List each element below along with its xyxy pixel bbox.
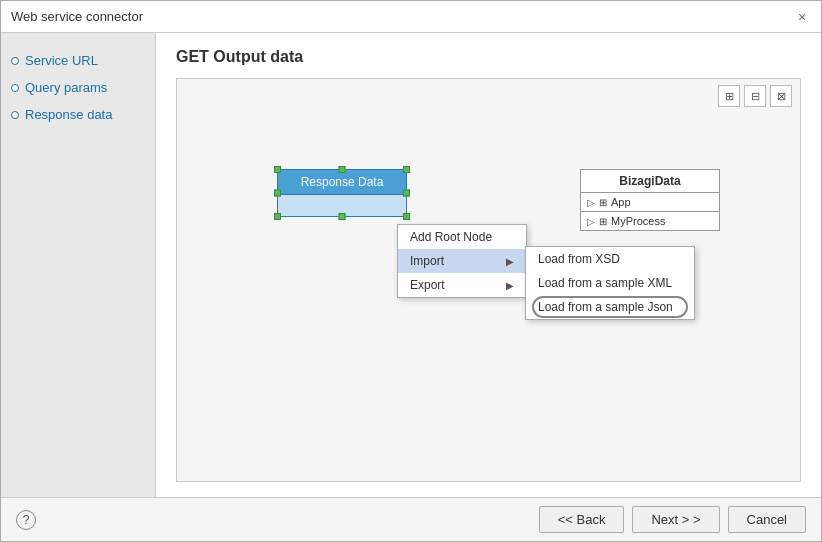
window: Web service connector × Service URL Quer… — [0, 0, 822, 542]
context-menu: Add Root Node Import ▶ Export ▶ — [397, 224, 527, 298]
sidebar-label-service-url: Service URL — [25, 53, 98, 68]
canvas-icon-2[interactable]: ⊟ — [744, 85, 766, 107]
handle-mr — [403, 190, 410, 197]
bizagi-node-label: BizagiData — [619, 174, 680, 188]
submenu-xml-label: Load from a sample XML — [538, 276, 672, 290]
response-node-label: Response Data — [301, 175, 384, 189]
sidebar-dot-response-data — [11, 111, 19, 119]
handle-bm — [339, 213, 346, 220]
response-data-node[interactable]: Response Data — [277, 169, 407, 217]
cancel-button[interactable]: Cancel — [728, 506, 806, 533]
bizagi-row-myprocess-label: MyProcess — [611, 215, 665, 227]
tree-expand-icon-2: ▷ — [587, 216, 595, 227]
handle-br — [403, 213, 410, 220]
page-title: GET Output data — [176, 48, 801, 66]
ctx-import[interactable]: Import ▶ — [398, 249, 526, 273]
ctx-add-root-node[interactable]: Add Root Node — [398, 225, 526, 249]
handle-tr — [403, 166, 410, 173]
ctx-add-root-label: Add Root Node — [410, 230, 492, 244]
submenu-xsd-label: Load from XSD — [538, 252, 620, 266]
ctx-export-arrow: ▶ — [506, 280, 514, 291]
help-button[interactable]: ? — [16, 510, 36, 530]
close-button[interactable]: × — [793, 8, 811, 26]
sidebar: Service URL Query params Response data — [1, 33, 156, 497]
sidebar-item-response-data[interactable]: Response data — [11, 107, 145, 122]
canvas-icon-3[interactable]: ⊠ — [770, 85, 792, 107]
sidebar-label-query-params: Query params — [25, 80, 107, 95]
canvas-icon-1[interactable]: ⊞ — [718, 85, 740, 107]
canvas-area[interactable]: ⊞ ⊟ ⊠ — [176, 78, 801, 482]
ctx-export[interactable]: Export ▶ — [398, 273, 526, 297]
footer: ? << Back Next > > Cancel — [1, 497, 821, 541]
ctx-import-arrow: ▶ — [506, 256, 514, 267]
bizagi-data-node[interactable]: BizagiData ▷ ⊞ App ▷ ⊞ MyProcess — [580, 169, 720, 231]
title-bar: Web service connector × — [1, 1, 821, 33]
handle-tm — [339, 166, 346, 173]
bizagi-node-header: BizagiData — [580, 169, 720, 193]
canvas-toolbar: ⊞ ⊟ ⊠ — [718, 85, 792, 107]
ctx-import-label: Import — [410, 254, 444, 268]
tree-grid-icon-1: ⊞ — [599, 197, 607, 208]
bizagi-row-myprocess: ▷ ⊞ MyProcess — [580, 212, 720, 231]
sidebar-dot-service-url — [11, 57, 19, 65]
sidebar-label-response-data: Response data — [25, 107, 112, 122]
submenu-json-label: Load from a sample Json — [538, 300, 673, 314]
submenu-load-xsd[interactable]: Load from XSD — [526, 247, 694, 271]
handle-bl — [274, 213, 281, 220]
submenu: Load from XSD Load from a sample XML Loa… — [525, 246, 695, 320]
handle-tl — [274, 166, 281, 173]
main-content: GET Output data ⊞ ⊟ ⊠ — [156, 33, 821, 497]
sidebar-item-query-params[interactable]: Query params — [11, 80, 145, 95]
submenu-load-json[interactable]: Load from a sample Json — [526, 295, 694, 319]
back-button[interactable]: << Back — [539, 506, 625, 533]
tree-grid-icon-2: ⊞ — [599, 216, 607, 227]
footer-right: << Back Next > > Cancel — [539, 506, 806, 533]
handle-ml — [274, 190, 281, 197]
sidebar-dot-query-params — [11, 84, 19, 92]
content-area: Service URL Query params Response data G… — [1, 33, 821, 497]
sidebar-item-service-url[interactable]: Service URL — [11, 53, 145, 68]
footer-left: ? — [16, 510, 36, 530]
submenu-load-xml[interactable]: Load from a sample XML — [526, 271, 694, 295]
bizagi-row-app-label: App — [611, 196, 631, 208]
ctx-export-label: Export — [410, 278, 445, 292]
bizagi-row-app: ▷ ⊞ App — [580, 193, 720, 212]
window-title: Web service connector — [11, 9, 143, 24]
tree-expand-icon-1: ▷ — [587, 197, 595, 208]
next-button[interactable]: Next > > — [632, 506, 719, 533]
